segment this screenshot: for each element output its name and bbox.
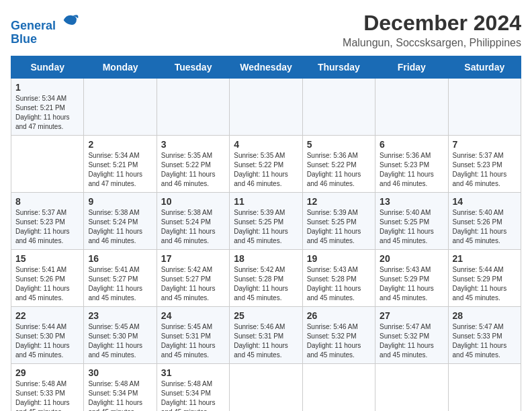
day-info: Sunrise: 5:48 AM Sunset: 5:34 PM Dayligh… <box>161 379 225 411</box>
calendar-table: SundayMondayTuesdayWednesdayThursdayFrid… <box>11 56 521 411</box>
calendar-cell: 9Sunrise: 5:38 AM Sunset: 5:24 PM Daylig… <box>84 193 157 250</box>
calendar-cell <box>448 364 521 412</box>
day-info: Sunrise: 5:44 AM Sunset: 5:30 PM Dayligh… <box>15 322 79 360</box>
calendar-row: 2Sunrise: 5:34 AM Sunset: 5:21 PM Daylig… <box>11 136 521 193</box>
header-day: Wednesday <box>230 56 302 79</box>
day-number: 13 <box>380 196 443 207</box>
calendar-cell <box>84 79 157 136</box>
calendar-cell: 10Sunrise: 5:38 AM Sunset: 5:24 PM Dayli… <box>157 193 229 250</box>
calendar-cell <box>11 136 84 193</box>
day-info: Sunrise: 5:42 AM Sunset: 5:27 PM Dayligh… <box>161 265 225 303</box>
calendar-cell <box>230 79 302 136</box>
header-day: Sunday <box>11 56 84 79</box>
calendar-cell: 31Sunrise: 5:48 AM Sunset: 5:34 PM Dayli… <box>157 364 229 412</box>
calendar-cell: 27Sunrise: 5:47 AM Sunset: 5:32 PM Dayli… <box>375 307 448 364</box>
day-info: Sunrise: 5:47 AM Sunset: 5:33 PM Dayligh… <box>453 322 517 360</box>
day-number: 24 <box>161 310 225 321</box>
page-subtitle: Malungun, Soccsksargen, Philippines <box>343 37 521 49</box>
calendar-cell: 12Sunrise: 5:39 AM Sunset: 5:25 PM Dayli… <box>302 193 375 250</box>
calendar-cell: 15Sunrise: 5:41 AM Sunset: 5:26 PM Dayli… <box>11 250 84 307</box>
calendar-cell: 17Sunrise: 5:42 AM Sunset: 5:27 PM Dayli… <box>157 250 229 307</box>
calendar-cell: 21Sunrise: 5:44 AM Sunset: 5:29 PM Dayli… <box>448 250 521 307</box>
day-info: Sunrise: 5:34 AM Sunset: 5:21 PM Dayligh… <box>88 151 152 189</box>
day-number: 12 <box>307 196 371 207</box>
day-number: 2 <box>88 139 152 150</box>
day-info: Sunrise: 5:35 AM Sunset: 5:22 PM Dayligh… <box>161 151 225 189</box>
day-info: Sunrise: 5:36 AM Sunset: 5:23 PM Dayligh… <box>380 151 443 189</box>
calendar-cell: 7Sunrise: 5:37 AM Sunset: 5:23 PM Daylig… <box>448 136 521 193</box>
logo: General Blue <box>11 11 79 46</box>
day-number: 31 <box>161 367 225 378</box>
calendar-cell: 2Sunrise: 5:34 AM Sunset: 5:21 PM Daylig… <box>84 136 157 193</box>
day-info: Sunrise: 5:48 AM Sunset: 5:34 PM Dayligh… <box>88 379 152 411</box>
day-info: Sunrise: 5:38 AM Sunset: 5:24 PM Dayligh… <box>88 208 152 246</box>
title-area: December 2024 Malungun, Soccsksargen, Ph… <box>343 11 521 49</box>
day-info: Sunrise: 5:40 AM Sunset: 5:26 PM Dayligh… <box>453 208 517 246</box>
day-number: 30 <box>88 367 152 378</box>
calendar-cell: 11Sunrise: 5:39 AM Sunset: 5:25 PM Dayli… <box>230 193 302 250</box>
day-info: Sunrise: 5:34 AM Sunset: 5:21 PM Dayligh… <box>15 94 79 132</box>
header-day: Saturday <box>448 56 521 79</box>
day-number: 14 <box>453 196 517 207</box>
header-day: Tuesday <box>157 56 229 79</box>
day-info: Sunrise: 5:47 AM Sunset: 5:32 PM Dayligh… <box>380 322 443 360</box>
day-info: Sunrise: 5:41 AM Sunset: 5:26 PM Dayligh… <box>15 265 79 303</box>
header-day: Monday <box>84 56 157 79</box>
calendar-cell: 8Sunrise: 5:37 AM Sunset: 5:23 PM Daylig… <box>11 193 84 250</box>
day-number: 29 <box>15 367 79 378</box>
calendar-cell <box>302 79 375 136</box>
calendar-row: 22Sunrise: 5:44 AM Sunset: 5:30 PM Dayli… <box>11 307 521 364</box>
day-info: Sunrise: 5:45 AM Sunset: 5:31 PM Dayligh… <box>161 322 225 360</box>
day-info: Sunrise: 5:46 AM Sunset: 5:32 PM Dayligh… <box>307 322 371 360</box>
day-number: 4 <box>234 139 298 150</box>
day-info: Sunrise: 5:43 AM Sunset: 5:29 PM Dayligh… <box>380 265 443 303</box>
day-number: 26 <box>307 310 371 321</box>
calendar-cell <box>302 364 375 412</box>
header-day: Friday <box>375 56 448 79</box>
calendar-cell <box>375 79 448 136</box>
day-number: 22 <box>15 310 79 321</box>
day-number: 6 <box>380 139 443 150</box>
day-info: Sunrise: 5:40 AM Sunset: 5:25 PM Dayligh… <box>380 208 443 246</box>
calendar-cell: 16Sunrise: 5:41 AM Sunset: 5:27 PM Dayli… <box>84 250 157 307</box>
day-number: 16 <box>88 253 152 264</box>
calendar-cell: 13Sunrise: 5:40 AM Sunset: 5:25 PM Dayli… <box>375 193 448 250</box>
calendar-cell: 19Sunrise: 5:43 AM Sunset: 5:28 PM Dayli… <box>302 250 375 307</box>
logo-bird-icon <box>60 11 79 30</box>
logo-general: General <box>11 19 56 32</box>
day-info: Sunrise: 5:38 AM Sunset: 5:24 PM Dayligh… <box>161 208 225 246</box>
calendar-cell: 26Sunrise: 5:46 AM Sunset: 5:32 PM Dayli… <box>302 307 375 364</box>
day-number: 18 <box>234 253 298 264</box>
calendar-cell: 14Sunrise: 5:40 AM Sunset: 5:26 PM Dayli… <box>448 193 521 250</box>
calendar-cell: 23Sunrise: 5:45 AM Sunset: 5:30 PM Dayli… <box>84 307 157 364</box>
calendar-cell: 18Sunrise: 5:42 AM Sunset: 5:28 PM Dayli… <box>230 250 302 307</box>
day-number: 15 <box>15 253 79 264</box>
page-title: December 2024 <box>343 11 521 36</box>
day-info: Sunrise: 5:35 AM Sunset: 5:22 PM Dayligh… <box>234 151 298 189</box>
calendar-cell <box>375 364 448 412</box>
day-info: Sunrise: 5:45 AM Sunset: 5:30 PM Dayligh… <box>88 322 152 360</box>
day-info: Sunrise: 5:37 AM Sunset: 5:23 PM Dayligh… <box>453 151 517 189</box>
header-row: SundayMondayTuesdayWednesdayThursdayFrid… <box>11 56 521 79</box>
day-info: Sunrise: 5:42 AM Sunset: 5:28 PM Dayligh… <box>234 265 298 303</box>
calendar-cell: 30Sunrise: 5:48 AM Sunset: 5:34 PM Dayli… <box>84 364 157 412</box>
calendar-row: 1Sunrise: 5:34 AM Sunset: 5:21 PM Daylig… <box>11 79 521 136</box>
calendar-cell <box>448 79 521 136</box>
calendar-row: 29Sunrise: 5:48 AM Sunset: 5:33 PM Dayli… <box>11 364 521 412</box>
day-info: Sunrise: 5:41 AM Sunset: 5:27 PM Dayligh… <box>88 265 152 303</box>
day-number: 19 <box>307 253 371 264</box>
calendar-cell: 5Sunrise: 5:36 AM Sunset: 5:22 PM Daylig… <box>302 136 375 193</box>
calendar-cell: 28Sunrise: 5:47 AM Sunset: 5:33 PM Dayli… <box>448 307 521 364</box>
calendar-cell: 20Sunrise: 5:43 AM Sunset: 5:29 PM Dayli… <box>375 250 448 307</box>
day-number: 28 <box>453 310 517 321</box>
calendar-cell: 24Sunrise: 5:45 AM Sunset: 5:31 PM Dayli… <box>157 307 229 364</box>
day-info: Sunrise: 5:37 AM Sunset: 5:23 PM Dayligh… <box>15 208 79 246</box>
calendar-cell: 4Sunrise: 5:35 AM Sunset: 5:22 PM Daylig… <box>230 136 302 193</box>
day-number: 25 <box>234 310 298 321</box>
calendar-cell <box>230 364 302 412</box>
calendar-cell <box>157 79 229 136</box>
day-number: 1 <box>15 82 79 93</box>
day-number: 7 <box>453 139 517 150</box>
calendar-cell: 22Sunrise: 5:44 AM Sunset: 5:30 PM Dayli… <box>11 307 84 364</box>
day-number: 5 <box>307 139 371 150</box>
